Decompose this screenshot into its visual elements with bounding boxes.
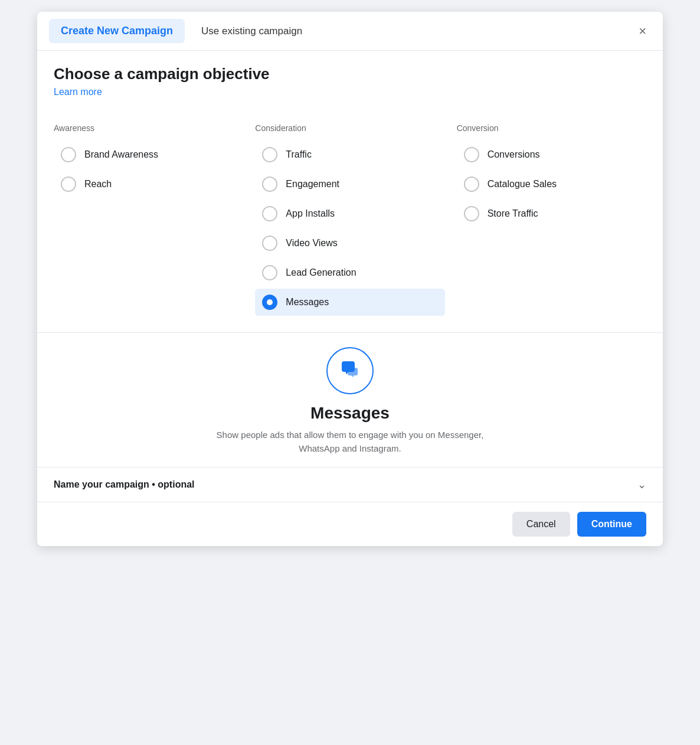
label-video-views: Video Views xyxy=(286,238,337,249)
consideration-column: Consideration Traffic Engagement App Ins… xyxy=(255,123,444,318)
option-traffic[interactable]: Traffic xyxy=(255,141,444,168)
radio-brand-awareness xyxy=(61,147,76,162)
radio-catalogue-sales xyxy=(464,177,479,192)
preview-icon-circle xyxy=(326,347,374,394)
continue-button[interactable]: Continue xyxy=(577,512,646,537)
modal-footer: Cancel Continue xyxy=(37,502,663,546)
chevron-down-icon: ⌄ xyxy=(637,478,646,491)
radio-reach xyxy=(61,177,76,192)
label-app-installs: App Installs xyxy=(286,208,335,219)
radio-app-installs xyxy=(262,206,277,221)
preview-title: Messages xyxy=(310,404,390,423)
tab-use-existing[interactable]: Use existing campaign xyxy=(189,19,314,43)
preview-section: Messages Show people ads that allow them… xyxy=(37,332,663,467)
label-messages: Messages xyxy=(286,297,329,308)
objectives-grid: Awareness Brand Awareness Reach Consider… xyxy=(54,123,646,318)
radio-messages xyxy=(262,295,277,310)
modal-body: Choose a campaign objective Learn more A… xyxy=(37,51,663,318)
campaign-name-section[interactable]: Name your campaign • optional ⌄ xyxy=(37,467,663,502)
radio-engagement xyxy=(262,177,277,192)
radio-video-views xyxy=(262,236,277,251)
learn-more-link[interactable]: Learn more xyxy=(54,87,102,97)
radio-traffic xyxy=(262,147,277,162)
option-lead-generation[interactable]: Lead Generation xyxy=(255,259,444,286)
radio-conversions xyxy=(464,147,479,162)
awareness-title: Awareness xyxy=(54,123,243,133)
option-app-installs[interactable]: App Installs xyxy=(255,200,444,227)
option-conversions[interactable]: Conversions xyxy=(457,141,646,168)
option-store-traffic[interactable]: Store Traffic xyxy=(457,200,646,227)
messages-icon xyxy=(337,358,363,384)
tab-create-new[interactable]: Create New Campaign xyxy=(49,19,185,43)
option-catalogue-sales[interactable]: Catalogue Sales xyxy=(457,171,646,198)
modal-header: Create New Campaign Use existing campaig… xyxy=(37,12,663,51)
label-brand-awareness: Brand Awareness xyxy=(84,149,158,160)
preview-description: Show people ads that allow them to engag… xyxy=(197,429,503,455)
label-store-traffic: Store Traffic xyxy=(488,208,538,219)
conversion-column: Conversion Conversions Catalogue Sales S… xyxy=(457,123,646,318)
radio-store-traffic xyxy=(464,206,479,221)
label-engagement: Engagement xyxy=(286,179,339,189)
conversion-title: Conversion xyxy=(457,123,646,133)
create-campaign-modal: Create New Campaign Use existing campaig… xyxy=(37,12,663,546)
option-messages[interactable]: Messages xyxy=(255,289,444,316)
page-title: Choose a campaign objective xyxy=(54,65,646,83)
option-reach[interactable]: Reach xyxy=(54,171,243,198)
awareness-column: Awareness Brand Awareness Reach xyxy=(54,123,243,318)
close-button[interactable]: × xyxy=(634,21,651,41)
campaign-name-label: Name your campaign • optional xyxy=(54,479,195,490)
option-brand-awareness[interactable]: Brand Awareness xyxy=(54,141,243,168)
label-traffic: Traffic xyxy=(286,149,312,160)
label-lead-generation: Lead Generation xyxy=(286,267,356,278)
cancel-button[interactable]: Cancel xyxy=(512,512,570,537)
label-conversions: Conversions xyxy=(488,149,540,160)
label-catalogue-sales: Catalogue Sales xyxy=(488,179,557,189)
consideration-title: Consideration xyxy=(255,123,444,133)
label-reach: Reach xyxy=(84,179,112,189)
radio-lead-generation xyxy=(262,265,277,280)
option-engagement[interactable]: Engagement xyxy=(255,171,444,198)
option-video-views[interactable]: Video Views xyxy=(255,230,444,257)
